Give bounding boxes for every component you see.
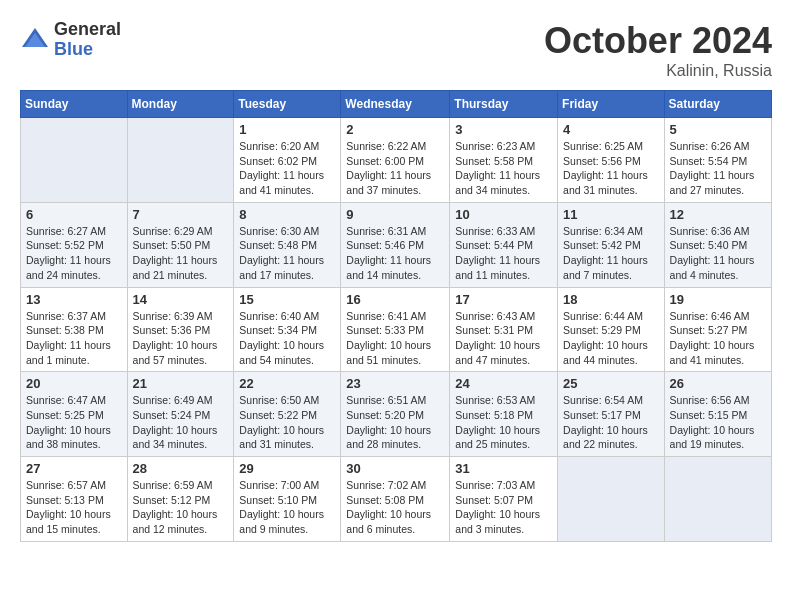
day-cell: 23Sunrise: 6:51 AMSunset: 5:20 PMDayligh…	[341, 372, 450, 457]
day-info: Sunrise: 6:37 AMSunset: 5:38 PMDaylight:…	[26, 309, 122, 368]
weekday-header-sunday: Sunday	[21, 91, 128, 118]
day-cell	[664, 457, 771, 542]
day-number: 31	[455, 461, 552, 476]
day-number: 5	[670, 122, 766, 137]
day-number: 13	[26, 292, 122, 307]
weekday-header-tuesday: Tuesday	[234, 91, 341, 118]
day-info: Sunrise: 7:00 AMSunset: 5:10 PMDaylight:…	[239, 478, 335, 537]
day-cell: 14Sunrise: 6:39 AMSunset: 5:36 PMDayligh…	[127, 287, 234, 372]
day-info: Sunrise: 6:50 AMSunset: 5:22 PMDaylight:…	[239, 393, 335, 452]
day-cell: 3Sunrise: 6:23 AMSunset: 5:58 PMDaylight…	[450, 118, 558, 203]
day-cell: 29Sunrise: 7:00 AMSunset: 5:10 PMDayligh…	[234, 457, 341, 542]
weekday-header-saturday: Saturday	[664, 91, 771, 118]
weekday-header-thursday: Thursday	[450, 91, 558, 118]
day-info: Sunrise: 6:46 AMSunset: 5:27 PMDaylight:…	[670, 309, 766, 368]
day-cell: 2Sunrise: 6:22 AMSunset: 6:00 PMDaylight…	[341, 118, 450, 203]
day-cell: 25Sunrise: 6:54 AMSunset: 5:17 PMDayligh…	[558, 372, 665, 457]
day-info: Sunrise: 6:34 AMSunset: 5:42 PMDaylight:…	[563, 224, 659, 283]
day-number: 23	[346, 376, 444, 391]
day-info: Sunrise: 6:31 AMSunset: 5:46 PMDaylight:…	[346, 224, 444, 283]
day-number: 21	[133, 376, 229, 391]
day-cell: 15Sunrise: 6:40 AMSunset: 5:34 PMDayligh…	[234, 287, 341, 372]
day-cell: 8Sunrise: 6:30 AMSunset: 5:48 PMDaylight…	[234, 202, 341, 287]
page-header: General Blue October 2024 Kalinin, Russi…	[20, 20, 772, 80]
day-info: Sunrise: 6:54 AMSunset: 5:17 PMDaylight:…	[563, 393, 659, 452]
day-cell: 31Sunrise: 7:03 AMSunset: 5:07 PMDayligh…	[450, 457, 558, 542]
day-info: Sunrise: 6:29 AMSunset: 5:50 PMDaylight:…	[133, 224, 229, 283]
day-number: 7	[133, 207, 229, 222]
day-number: 19	[670, 292, 766, 307]
title-block: October 2024 Kalinin, Russia	[544, 20, 772, 80]
day-number: 17	[455, 292, 552, 307]
day-number: 18	[563, 292, 659, 307]
week-row-5: 27Sunrise: 6:57 AMSunset: 5:13 PMDayligh…	[21, 457, 772, 542]
day-info: Sunrise: 6:25 AMSunset: 5:56 PMDaylight:…	[563, 139, 659, 198]
day-number: 29	[239, 461, 335, 476]
week-row-3: 13Sunrise: 6:37 AMSunset: 5:38 PMDayligh…	[21, 287, 772, 372]
day-info: Sunrise: 7:03 AMSunset: 5:07 PMDaylight:…	[455, 478, 552, 537]
day-info: Sunrise: 6:40 AMSunset: 5:34 PMDaylight:…	[239, 309, 335, 368]
day-cell: 10Sunrise: 6:33 AMSunset: 5:44 PMDayligh…	[450, 202, 558, 287]
day-info: Sunrise: 6:47 AMSunset: 5:25 PMDaylight:…	[26, 393, 122, 452]
logo-general: General	[54, 20, 121, 40]
day-cell: 7Sunrise: 6:29 AMSunset: 5:50 PMDaylight…	[127, 202, 234, 287]
location: Kalinin, Russia	[544, 62, 772, 80]
day-number: 4	[563, 122, 659, 137]
day-cell: 13Sunrise: 6:37 AMSunset: 5:38 PMDayligh…	[21, 287, 128, 372]
day-number: 25	[563, 376, 659, 391]
day-number: 11	[563, 207, 659, 222]
day-info: Sunrise: 6:22 AMSunset: 6:00 PMDaylight:…	[346, 139, 444, 198]
day-cell: 19Sunrise: 6:46 AMSunset: 5:27 PMDayligh…	[664, 287, 771, 372]
day-number: 22	[239, 376, 335, 391]
day-cell: 22Sunrise: 6:50 AMSunset: 5:22 PMDayligh…	[234, 372, 341, 457]
day-cell: 11Sunrise: 6:34 AMSunset: 5:42 PMDayligh…	[558, 202, 665, 287]
day-info: Sunrise: 6:23 AMSunset: 5:58 PMDaylight:…	[455, 139, 552, 198]
day-cell: 18Sunrise: 6:44 AMSunset: 5:29 PMDayligh…	[558, 287, 665, 372]
calendar-table: SundayMondayTuesdayWednesdayThursdayFrid…	[20, 90, 772, 542]
day-info: Sunrise: 6:20 AMSunset: 6:02 PMDaylight:…	[239, 139, 335, 198]
weekday-header-row: SundayMondayTuesdayWednesdayThursdayFrid…	[21, 91, 772, 118]
day-number: 20	[26, 376, 122, 391]
week-row-1: 1Sunrise: 6:20 AMSunset: 6:02 PMDaylight…	[21, 118, 772, 203]
day-cell: 16Sunrise: 6:41 AMSunset: 5:33 PMDayligh…	[341, 287, 450, 372]
day-number: 15	[239, 292, 335, 307]
day-number: 28	[133, 461, 229, 476]
day-info: Sunrise: 6:53 AMSunset: 5:18 PMDaylight:…	[455, 393, 552, 452]
day-cell: 12Sunrise: 6:36 AMSunset: 5:40 PMDayligh…	[664, 202, 771, 287]
day-info: Sunrise: 6:57 AMSunset: 5:13 PMDaylight:…	[26, 478, 122, 537]
day-number: 1	[239, 122, 335, 137]
day-number: 9	[346, 207, 444, 222]
day-info: Sunrise: 6:59 AMSunset: 5:12 PMDaylight:…	[133, 478, 229, 537]
day-cell: 4Sunrise: 6:25 AMSunset: 5:56 PMDaylight…	[558, 118, 665, 203]
day-cell	[127, 118, 234, 203]
logo-icon	[20, 25, 50, 55]
weekday-header-monday: Monday	[127, 91, 234, 118]
day-cell: 5Sunrise: 6:26 AMSunset: 5:54 PMDaylight…	[664, 118, 771, 203]
day-cell	[21, 118, 128, 203]
day-info: Sunrise: 6:51 AMSunset: 5:20 PMDaylight:…	[346, 393, 444, 452]
day-cell: 21Sunrise: 6:49 AMSunset: 5:24 PMDayligh…	[127, 372, 234, 457]
month-title: October 2024	[544, 20, 772, 62]
week-row-2: 6Sunrise: 6:27 AMSunset: 5:52 PMDaylight…	[21, 202, 772, 287]
day-number: 14	[133, 292, 229, 307]
day-cell: 30Sunrise: 7:02 AMSunset: 5:08 PMDayligh…	[341, 457, 450, 542]
logo: General Blue	[20, 20, 121, 60]
day-number: 16	[346, 292, 444, 307]
day-cell: 28Sunrise: 6:59 AMSunset: 5:12 PMDayligh…	[127, 457, 234, 542]
day-info: Sunrise: 6:36 AMSunset: 5:40 PMDaylight:…	[670, 224, 766, 283]
day-cell: 17Sunrise: 6:43 AMSunset: 5:31 PMDayligh…	[450, 287, 558, 372]
day-number: 6	[26, 207, 122, 222]
day-number: 12	[670, 207, 766, 222]
day-number: 3	[455, 122, 552, 137]
day-number: 27	[26, 461, 122, 476]
day-cell: 26Sunrise: 6:56 AMSunset: 5:15 PMDayligh…	[664, 372, 771, 457]
day-number: 2	[346, 122, 444, 137]
day-cell: 1Sunrise: 6:20 AMSunset: 6:02 PMDaylight…	[234, 118, 341, 203]
day-number: 30	[346, 461, 444, 476]
day-number: 26	[670, 376, 766, 391]
day-info: Sunrise: 6:56 AMSunset: 5:15 PMDaylight:…	[670, 393, 766, 452]
logo-blue: Blue	[54, 40, 121, 60]
day-info: Sunrise: 7:02 AMSunset: 5:08 PMDaylight:…	[346, 478, 444, 537]
day-info: Sunrise: 6:30 AMSunset: 5:48 PMDaylight:…	[239, 224, 335, 283]
day-info: Sunrise: 6:44 AMSunset: 5:29 PMDaylight:…	[563, 309, 659, 368]
